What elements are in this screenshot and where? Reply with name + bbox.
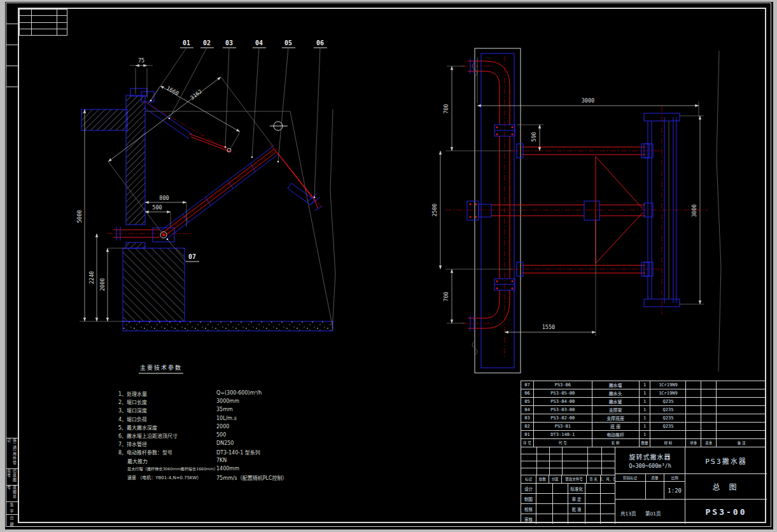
date-cell [601, 514, 615, 524]
bom-total-weight [701, 431, 717, 438]
spec-label: 4、堰口负荷 [118, 416, 147, 423]
bom-name: 撇水头 [592, 389, 640, 397]
spec-value: DN250 [216, 440, 234, 446]
sheet-name: 总 图 [685, 474, 767, 500]
bom-qty: 1 [640, 431, 651, 438]
bom-header-qty: 数量 [640, 439, 651, 447]
cad-sheet: 借(通)用件登记 旧底图总号 底图总号 签 字 日 期 [0, 0, 777, 532]
bom-qty: 1 [640, 414, 651, 422]
stage-label-row: 阶段标记 质量 比例 [615, 474, 685, 482]
bom-row: 02 PS3-01 底 座 1 Q235 [521, 423, 766, 431]
bom-code: PS3-04-00 [534, 398, 592, 405]
spec-label: 1、处理水量 [118, 390, 147, 397]
bom-material: 1Cr19N9 [650, 381, 686, 389]
spec-value: 10L/m.s [216, 416, 237, 421]
bom-material [650, 431, 686, 438]
spec-value: 7KN [216, 458, 227, 463]
titleblock-revision-area: 标记 处数 分区 更改文件号 签 名 年、月、日 设计 标准化 制图 审 定 [521, 447, 615, 524]
dim-3000-right: 3000 [691, 204, 697, 217]
spec-label: 6、撇水堰上沿距池顶尺寸 [118, 432, 178, 439]
stage-value-cell [615, 482, 646, 499]
dim-3162: 3162 [189, 88, 203, 101]
role-label [568, 514, 586, 524]
rev-header: 分区 [549, 475, 562, 483]
date-cell [601, 504, 615, 514]
bom-header-total-weight: 总重 [701, 439, 717, 447]
date-cell [601, 494, 615, 503]
callout-07: 07 [188, 253, 196, 260]
weight-label: 质量 [646, 474, 665, 481]
spec-value: 3000mm [216, 398, 239, 404]
bom-seq: 02 [521, 423, 534, 430]
role-label: 制图 [521, 494, 536, 503]
bom-header-code: 代 号 [534, 439, 592, 447]
scale-label: 比例 [664, 474, 685, 481]
spec-value: 75mm/s（配置随机PLC控制） [216, 474, 288, 481]
bom-total-weight [701, 423, 717, 430]
bom-unit-weight [686, 398, 701, 405]
page-number: 第01页 [645, 511, 661, 517]
bom-note [717, 406, 766, 414]
signature-cell [585, 514, 601, 524]
bom-header-row: 序 号 代 号 名 称 数量 材 料 单重 总重 备 注 [521, 439, 766, 447]
spec-label: 最大推力 [127, 458, 148, 465]
rev-header: 标记 [521, 475, 536, 483]
spec-label: 5、最大撇水深度 [118, 424, 157, 431]
revision-header-row: 标记 处数 分区 更改文件号 签 名 年、月、日 [521, 475, 615, 484]
stage-label: 阶段标记 [615, 474, 646, 481]
titleblock-middle: 旋转式撇水器 Q=300~600m³/h 阶段标记 质量 比例 1:20 共13… [615, 447, 685, 524]
callout-02: 02 [203, 39, 211, 46]
spec-row: 1、处理水量Q=(300-600)m³/h [118, 390, 316, 398]
date-cell [553, 494, 568, 503]
bom-code: DT3-140-1 [534, 431, 592, 438]
bom-row: 05 PS3-04-00 撇水管 1 Q235 [521, 398, 766, 406]
dim-800: 800 [159, 195, 169, 201]
bom-seq: 03 [521, 414, 534, 422]
bom-row: 04 PS3-03-00 支撑架 1 Q235 [521, 406, 766, 414]
bom-code: PS3-01 [534, 423, 592, 430]
signature-cell [585, 484, 601, 493]
bom-header-unit-weight: 单重 [686, 439, 701, 447]
spec-label: 最大行程（推杆伸长3060mm推杆缩长1660mm） [127, 466, 218, 472]
spec-row: 最大推力7KN [118, 458, 316, 466]
bom-seq: 06 [521, 389, 534, 397]
spec-row: 速度 （电机：YB01-4,N=0.75KW）75mm/s（配置随机PLC控制） [118, 474, 316, 482]
bom-material: 1Cr19N9 [650, 389, 686, 397]
scale-value: 1:20 [664, 482, 685, 499]
bom-name: 电动推杆 [592, 431, 640, 438]
signature-cell [536, 514, 553, 524]
callout-03: 03 [225, 39, 233, 46]
bom-qty: 1 [640, 389, 651, 397]
bom-total-weight [701, 414, 717, 422]
bom-unit-weight [686, 381, 701, 389]
spec-row: 8、电动推杆参数：型号DT3-140-1 型系列 [118, 449, 316, 457]
bom-header-seq: 序 号 [521, 439, 534, 447]
date-cell [553, 504, 568, 514]
bom-note [717, 431, 766, 438]
titleblock-right: PS3撇水器 总 图 PS3-00 [685, 447, 767, 524]
bom-unit-weight [686, 431, 701, 438]
pipe-tee [584, 201, 599, 220]
spec-label: 3、堰口深度 [118, 407, 147, 414]
dimensions-right: 3000 700 2500 700 590 1550 [431, 57, 704, 336]
role-row: 制图 审 定 [521, 494, 615, 504]
signature-cell [536, 484, 553, 493]
tech-specs-title: 主要技术参数 [139, 363, 183, 374]
bom-name: 支撑架 [592, 406, 640, 414]
bom-seq: 04 [521, 406, 534, 414]
role-label: 审 定 [568, 494, 586, 503]
bom-material: Q235 [650, 398, 686, 405]
channel-wall [472, 48, 521, 373]
dim-500: 500 [152, 204, 162, 211]
bom-code: PS3-06 [534, 381, 592, 389]
bom-name: 底 座 [592, 423, 640, 430]
spec-label: 速度 （电机：YB01-4,N=0.75KW） [127, 474, 201, 480]
tech-specs: 主要技术参数 1、处理水量Q=(300-600)m³/h 2、堰口长度3000m… [118, 363, 316, 482]
bom-material: Q235 [650, 414, 686, 422]
weir-trough [644, 51, 721, 372]
pages-total: 共13页 [620, 511, 636, 517]
spec-value: 35mm [216, 407, 233, 412]
signature-cell [536, 494, 553, 503]
rev-header: 签 名 [587, 475, 601, 483]
bom-qty: 1 [640, 423, 651, 430]
